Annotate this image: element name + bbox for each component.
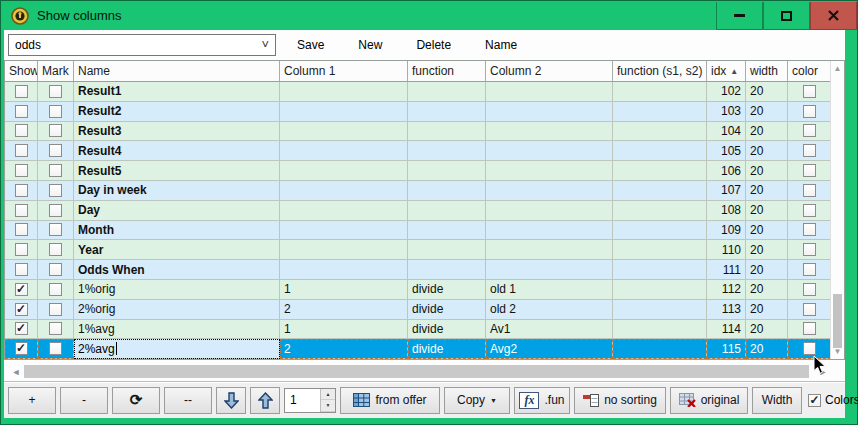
color-checkbox[interactable]	[803, 342, 816, 355]
cell-show[interactable]	[5, 102, 38, 122]
color-checkbox[interactable]	[803, 263, 816, 276]
cell-name[interactable]: 1%avg	[74, 320, 280, 340]
cell-mark[interactable]	[38, 161, 74, 181]
cell-function1[interactable]: divide	[408, 300, 486, 320]
cell-function2[interactable]	[613, 181, 707, 201]
cell-width[interactable]: 20	[746, 201, 788, 221]
cell-function1[interactable]: divide	[408, 280, 486, 300]
cell-color[interactable]	[788, 181, 830, 201]
cell-idx[interactable]: 108	[707, 201, 746, 221]
cell-function1[interactable]	[408, 181, 486, 201]
cell-name[interactable]: Year	[74, 240, 280, 260]
cell-idx[interactable]: 110	[707, 240, 746, 260]
cell-column2[interactable]	[486, 141, 613, 161]
cell-function1[interactable]	[408, 122, 486, 142]
preset-combobox[interactable]: odds ˅	[8, 34, 276, 56]
cell-name[interactable]: Day in week	[74, 181, 280, 201]
add-button[interactable]: +	[8, 387, 56, 414]
copy-button[interactable]: Copy ▼	[444, 387, 510, 414]
cell-show[interactable]	[5, 122, 38, 142]
cell-function2[interactable]	[613, 240, 707, 260]
cell-mark[interactable]	[38, 201, 74, 221]
table-row[interactable]: Day in week10720	[5, 181, 830, 201]
cell-width[interactable]: 20	[746, 181, 788, 201]
mark-checkbox[interactable]	[49, 105, 62, 118]
table-row[interactable]: ✓1%avg1divideAv111420	[5, 320, 830, 340]
cell-column1[interactable]	[280, 201, 408, 221]
refresh-button[interactable]: ⟳	[112, 387, 160, 414]
show-checkbox[interactable]	[15, 223, 28, 236]
from-offer-button[interactable]: from offer	[340, 387, 440, 414]
cell-color[interactable]	[788, 300, 830, 320]
cell-column2[interactable]	[486, 221, 613, 241]
cell-name[interactable]: 2%orig	[74, 300, 280, 320]
cell-column1[interactable]: 1	[280, 320, 408, 340]
cell-column2[interactable]	[486, 201, 613, 221]
column-header-column-1[interactable]: Column 1	[280, 61, 408, 81]
remove-all-button[interactable]: --	[164, 387, 212, 414]
mark-checkbox[interactable]	[49, 164, 62, 177]
cell-show[interactable]	[5, 141, 38, 161]
show-checkbox[interactable]: ✓	[15, 322, 28, 335]
show-checkbox[interactable]	[15, 105, 28, 118]
cell-idx[interactable]: 111	[707, 260, 746, 280]
cell-color[interactable]	[788, 102, 830, 122]
cell-function1[interactable]	[408, 141, 486, 161]
vertical-scrollbar[interactable]: ▲ ▼	[830, 61, 844, 359]
color-checkbox[interactable]	[803, 322, 816, 335]
cell-width[interactable]: 20	[746, 161, 788, 181]
cell-idx[interactable]: 109	[707, 221, 746, 241]
cell-width[interactable]: 20	[746, 221, 788, 241]
cell-width[interactable]: 20	[746, 141, 788, 161]
remove-button[interactable]: -	[60, 387, 108, 414]
cell-column2[interactable]: Av1	[486, 320, 613, 340]
cell-function2[interactable]	[613, 339, 707, 359]
cell-mark[interactable]	[38, 300, 74, 320]
cell-column2[interactable]	[486, 122, 613, 142]
mark-checkbox[interactable]	[49, 283, 62, 296]
color-checkbox[interactable]	[803, 144, 816, 157]
cell-column2[interactable]	[486, 102, 613, 122]
cell-width[interactable]: 20	[746, 240, 788, 260]
show-checkbox[interactable]: ✓	[15, 283, 28, 296]
cell-function2[interactable]	[613, 82, 707, 102]
mark-checkbox[interactable]	[49, 322, 62, 335]
column-header-color[interactable]: color	[788, 61, 830, 81]
vertical-scroll-thumb[interactable]	[833, 294, 842, 348]
cell-column1[interactable]	[280, 82, 408, 102]
mark-checkbox[interactable]	[49, 204, 62, 217]
original-button[interactable]: original	[670, 387, 748, 414]
cell-function2[interactable]	[613, 161, 707, 181]
color-checkbox[interactable]	[803, 164, 816, 177]
cell-idx[interactable]: 103	[707, 102, 746, 122]
cell-color[interactable]	[788, 240, 830, 260]
cell-width[interactable]: 20	[746, 280, 788, 300]
cell-column1[interactable]: 2	[280, 300, 408, 320]
color-checkbox[interactable]	[803, 223, 816, 236]
cell-function2[interactable]	[613, 201, 707, 221]
color-checkbox[interactable]	[803, 283, 816, 296]
table-row[interactable]: ✓1%orig1divideold 111220	[5, 280, 830, 300]
table-row[interactable]: ✓2%orig2divideold 211320	[5, 300, 830, 320]
width-button[interactable]: Width	[752, 387, 802, 414]
titlebar[interactable]: Show columns	[1, 1, 857, 30]
column-header-function-s1-s2[interactable]: function (s1, s2)	[613, 61, 707, 81]
cell-column2[interactable]	[486, 161, 613, 181]
show-checkbox[interactable]	[15, 263, 28, 276]
cell-width[interactable]: 20	[746, 82, 788, 102]
cell-width[interactable]: 20	[746, 260, 788, 280]
cell-column1[interactable]	[280, 141, 408, 161]
cell-name[interactable]: Result1	[74, 82, 280, 102]
show-checkbox[interactable]	[15, 204, 28, 217]
cell-function1[interactable]	[408, 102, 486, 122]
column-header-name[interactable]: Name	[74, 61, 280, 81]
table-row[interactable]: Result410520	[5, 141, 830, 161]
cell-column1[interactable]: 2	[280, 339, 408, 359]
cell-function2[interactable]	[613, 280, 707, 300]
cell-column1[interactable]	[280, 102, 408, 122]
cell-function1[interactable]: divide	[408, 320, 486, 340]
cell-column2[interactable]	[486, 240, 613, 260]
cell-function2[interactable]	[613, 102, 707, 122]
cell-idx[interactable]: 114	[707, 320, 746, 340]
table-row[interactable]: Day10820	[5, 201, 830, 221]
